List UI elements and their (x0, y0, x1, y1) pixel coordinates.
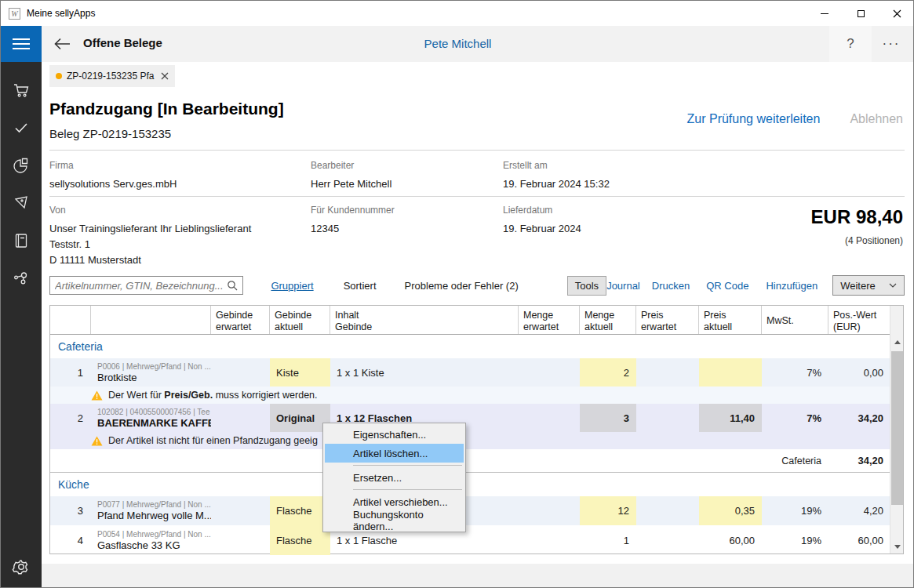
window-title: Meine sellyApps (27, 8, 95, 19)
col-menge-erwartet: Mengeerwartet (519, 306, 580, 334)
print-link[interactable]: Drucken (652, 280, 690, 292)
menge-aktuell-cell[interactable]: 1 (580, 525, 636, 555)
col-pos-wert: Pos.-Wert(EUR) (828, 306, 890, 334)
row-number: 2 (50, 404, 91, 432)
preis-erwartet-cell (636, 525, 699, 555)
mwst-cell: 7% (762, 404, 828, 432)
menu-separator (353, 465, 462, 466)
menge-aktuell-cell[interactable]: 3 (580, 404, 636, 432)
table-row-selected[interactable]: 2 102082 | 04005500007456 | Tee |... BAE… (50, 404, 890, 432)
mwst-cell: 7% (762, 358, 828, 387)
col-mwst: MwSt. (762, 306, 828, 334)
document-tab[interactable]: ZP-0219-153235 Pfa... (49, 65, 175, 87)
pos-wert-cell: 34,20 (828, 404, 890, 432)
scroll-up-button[interactable] (890, 336, 904, 349)
app-header: Offene Belege Pete Mitchell ? ··· (1, 26, 914, 62)
group-footer-cafeteria: Cafeteria 34,20 (50, 449, 890, 473)
menu-item-artikel-loeschen[interactable]: Artikel löschen... (325, 444, 464, 463)
preis-aktuell-cell[interactable]: 0,35 (699, 496, 762, 525)
col-preis-erwartet: Preiserwartet (636, 306, 699, 334)
check-icon (12, 118, 31, 137)
menu-item-buchungskonto[interactable]: Buchungskonto ändern... (325, 511, 464, 530)
warning-text: Der Wert für Preis/Geb. muss korrigiert … (108, 390, 318, 401)
search-box[interactable] (49, 276, 243, 295)
total-amount: EUR 98,40 (811, 206, 903, 228)
table-row[interactable]: 1 P0006 | Mehrweg/Pfand | Non ... Brotki… (50, 358, 890, 387)
document-title: Pfandzugang [In Bearbeitung] (49, 100, 284, 118)
menge-aktuell-cell[interactable]: 12 (580, 496, 636, 525)
arrow-up-icon (894, 340, 901, 344)
warning-icon (91, 390, 103, 401)
preis-aktuell-cell[interactable]: 11,40 (699, 404, 762, 432)
warning-row: Der Artikel ist nicht für einen Pfandzug… (50, 432, 890, 449)
table-row[interactable]: 4 P0054 | Mehrweg/Pfand | Non ... Gasfla… (50, 525, 890, 555)
document-number: Beleg ZP-0219-153235 (49, 127, 171, 140)
sidebar-item-network[interactable] (1, 260, 42, 297)
row-number: 4 (50, 525, 91, 555)
maximize-button[interactable] (843, 1, 879, 26)
more-actions-button[interactable]: Weitere (832, 275, 905, 296)
preis-aktuell-cell[interactable] (699, 358, 762, 387)
close-button[interactable] (879, 1, 914, 26)
preis-aktuell-cell[interactable]: 60,00 (699, 525, 762, 555)
journal-link[interactable]: Journal (606, 280, 640, 292)
user-name-link[interactable]: Pete Mitchell (1, 37, 914, 50)
inhalt-gebinde-cell: 1 x 1 Kiste (330, 358, 519, 387)
reject-button[interactable]: Ablehnen (850, 112, 903, 126)
gebinde-aktuell-cell[interactable]: Flasche (270, 525, 330, 555)
gebinde-aktuell-cell[interactable]: Flasche (270, 496, 330, 525)
share-icon (12, 269, 31, 288)
sidebar-item-catalog[interactable] (1, 222, 42, 260)
item-toolbar: Gruppiert Sortiert Probleme oder Fehler … (49, 274, 905, 296)
row-number: 1 (50, 358, 91, 387)
settings-button[interactable] (1, 550, 42, 584)
table-row[interactable]: 3 P0077 | Mehrweg/Pfand | Non ... Pfand … (50, 496, 890, 525)
context-menu: Eigenschaften... Artikel löschen... Erse… (322, 423, 466, 532)
group-header-cafeteria[interactable]: Cafeteria (50, 335, 890, 358)
add-item-link[interactable]: Hinzufügen (766, 280, 818, 292)
scrollbar-thumb[interactable] (891, 351, 903, 505)
filter-problems[interactable]: Probleme oder Fehler (2) (405, 280, 519, 292)
menge-aktuell-cell[interactable]: 2 (580, 358, 636, 387)
menu-item-eigenschaften[interactable]: Eigenschaften... (325, 425, 464, 444)
sidebar-item-prices[interactable] (1, 184, 42, 222)
table-scrollbar[interactable] (890, 306, 903, 554)
col-article (91, 306, 211, 334)
menge-erwartet-cell (519, 496, 580, 525)
position-count: (4 Positionen) (811, 235, 903, 246)
scroll-down-button[interactable] (890, 540, 904, 554)
col-menge-aktuell: Mengeaktuell (580, 306, 636, 334)
sidebar-item-tasks[interactable] (1, 109, 42, 147)
mwst-cell: 19% (762, 525, 828, 555)
gear-icon (11, 557, 31, 577)
field-lieferdatum: Lieferdatum 19. Februar 2024 (503, 205, 581, 237)
filter-grouped[interactable]: Gruppiert (271, 280, 313, 292)
group-footer-total: 34,20 (828, 449, 890, 472)
search-input[interactable] (55, 280, 227, 292)
tag-icon (12, 194, 31, 212)
app-window: W Meine sellyApps Offene Belege Pete Mit… (0, 0, 914, 588)
menge-erwartet-cell (519, 358, 580, 387)
qr-code-link[interactable]: QR Code (706, 280, 748, 292)
minimize-button[interactable] (807, 1, 843, 26)
maximize-icon (858, 10, 865, 17)
article-cell: P0077 | Mehrweg/Pfand | Non ... Pfand Me… (91, 496, 211, 525)
gebinde-aktuell-cell[interactable]: Original (270, 404, 330, 432)
gebinde-aktuell-cell[interactable]: Kiste (270, 358, 330, 387)
filter-sorted[interactable]: Sortiert (344, 280, 377, 292)
tools-button[interactable]: Tools (567, 276, 606, 296)
mwst-cell: 19% (762, 496, 828, 525)
tab-close-button[interactable] (161, 72, 169, 80)
pos-wert-cell: 0,00 (828, 358, 890, 387)
menu-item-ersetzen[interactable]: Ersetzen... (325, 468, 464, 487)
app-icon: W (9, 8, 20, 20)
more-options-button[interactable]: ··· (874, 26, 909, 62)
sidebar-item-cart[interactable] (1, 71, 42, 109)
help-button[interactable]: ? (829, 26, 872, 62)
forward-review-button[interactable]: Zur Prüfung weiterleiten (687, 112, 821, 126)
preis-erwartet-cell (636, 358, 699, 387)
group-header-kueche[interactable]: Küche (50, 473, 890, 496)
sidebar-item-reports[interactable] (1, 147, 42, 184)
gebinde-erwartet-cell (211, 525, 270, 555)
group-footer-label: Cafeteria (762, 449, 828, 472)
